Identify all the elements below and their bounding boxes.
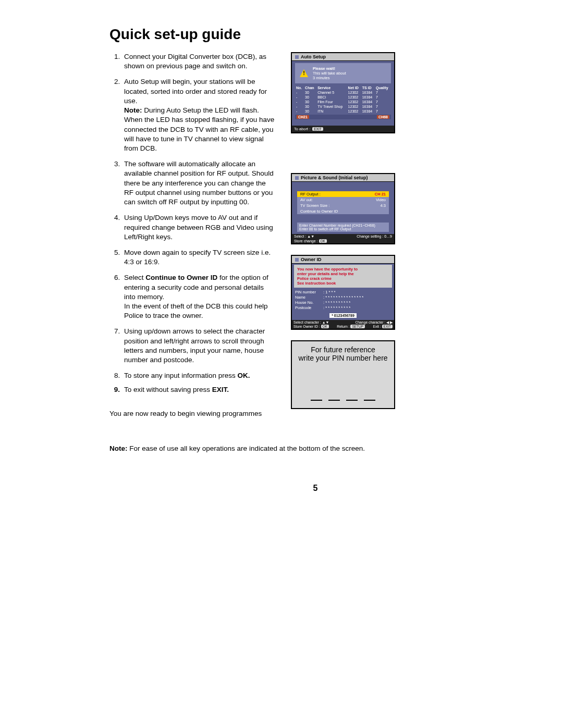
step-3-text: The software will automatically allocate… (124, 160, 274, 206)
channel-table: No. Chan Service Net ID TS ID Quality -3… (295, 85, 391, 114)
step-8-pre: To store any input information press (124, 372, 238, 379)
step-5: Move down again to specify TV screen siz… (122, 248, 276, 267)
step-6: Select Continue to Owner ID for the opti… (122, 273, 276, 320)
manual-page: Quick set-up guide Connect your Digital … (0, 0, 563, 514)
foot-store: Store change : (294, 239, 318, 243)
step-8: To store any input information press OK. (122, 371, 276, 380)
setup-keycap: SETUP (350, 325, 365, 328)
slider-right: CH68 (377, 115, 389, 119)
step-2-note-label: Note: (124, 106, 142, 114)
th-no: No. (295, 85, 304, 90)
pinbox-line1: For future reference (296, 346, 390, 354)
osd-auto-msg2: This will take about (313, 71, 346, 76)
pin-blank-lines (292, 400, 394, 401)
table-row: -30Channel 512302163847 (295, 90, 391, 95)
instruction-column: Connect your Digital Converter box (DCB)… (109, 52, 276, 418)
opt-rf-output: RF Output :CH 21 (297, 191, 389, 197)
field-name: Name: * * * * * * * * * * * * * * * (295, 295, 391, 300)
osd-auto-title: Auto Setup (301, 54, 326, 59)
step-9-number: 9. (109, 385, 120, 394)
th-chan: Chan (304, 85, 316, 90)
exit-keycap: EXIT (382, 325, 393, 328)
osd-auto-message: Please wait! This will take about 3 minu… (295, 63, 391, 83)
ready-text: You are now ready to begin viewing progr… (109, 409, 276, 418)
bottom-note: Note: For ease of use all key operations… (109, 445, 521, 452)
abort-label: To abort : (294, 127, 310, 131)
step-4: Using Up/Down keys move to AV out and if… (122, 213, 276, 242)
table-row: -30ITN12302163847 (295, 109, 391, 114)
foot-select-char: Select character : ▲▼ (293, 320, 329, 325)
step-9-pre: To exit without saving press (124, 386, 212, 393)
step-5-text: Move down again to specify TV screen siz… (124, 249, 271, 266)
osd-pic-footer2: Store change :OK (292, 239, 394, 243)
osd-owner-id: Owner ID You now have the opportunity to… (291, 255, 395, 330)
field-postcode: Postcode: * * * * * * * * * * (295, 305, 391, 310)
step-1: Connect your Digital Converter box (DCB)… (122, 52, 276, 71)
bottom-note-label: Note: (109, 445, 128, 452)
osd-pic-options: RF Output :CH 21 AV out:Video TV Screen … (297, 191, 389, 214)
ok-keycap: OK (319, 239, 327, 243)
osd-owner-title: Owner ID (301, 257, 322, 262)
osd-auto-msg1: Please wait! (313, 66, 346, 71)
owner-fields: PIN number: 1 * * * Name: * * * * * * * … (295, 290, 391, 310)
osd-auto-msg3: 3 minutes (313, 76, 346, 80)
table-row: -30Film Four12302163847 (295, 100, 391, 104)
titlebar-square-icon (295, 55, 299, 59)
osd-pic-title: Picture & Sound (Initial setup) (301, 175, 368, 180)
owner-msg2: enter your details and help the (297, 272, 389, 276)
osd-pic-hint: Enter Channel Number required (CH21~CH68… (297, 223, 389, 232)
foot-exit: Exit : (373, 325, 381, 328)
owner-msg1: You now have the opportunity to (297, 267, 389, 272)
opt-tv-size: TV Screen Size :4:3 (297, 203, 389, 208)
foot-change-char: Change character : ◀ ▶ (355, 320, 393, 325)
hint1: Enter Channel Number required (CH21~CH68… (299, 224, 387, 227)
step-4-text: Using Up/Down keys move to AV out and if… (124, 214, 273, 240)
osd-picture-sound: Picture & Sound (Initial setup) RF Outpu… (291, 173, 395, 244)
ok-keycap: OK (321, 325, 329, 328)
th-service: Service (316, 85, 347, 90)
number-strip: * 0123456789 (329, 313, 357, 318)
step-7: Using up/down arrows to select the chara… (122, 327, 276, 365)
opt-av-out: AV out:Video (297, 197, 389, 203)
channel-slider: CH21 CH68 (295, 115, 391, 119)
osd-auto-setup: Auto Setup Please wait! This will take a… (291, 52, 395, 133)
osd-owner-titlebar: Owner ID (292, 256, 394, 264)
osd-owner-footer: Select character : ▲▼ Change character :… (292, 320, 394, 329)
abort-bar: To abort : EXIT (292, 126, 394, 132)
foot-return: Return : (337, 325, 349, 328)
pinbox-line2: write your PIN number here (296, 354, 390, 362)
owner-msg4: See instruction book (297, 281, 389, 286)
field-pin: PIN number: 1 * * * (295, 290, 391, 294)
page-title: Quick set-up guide (109, 26, 521, 43)
bottom-note-text: For ease of use all key operations are i… (128, 445, 365, 452)
step-2: Auto Setup will begin, your stations wil… (122, 77, 276, 153)
foot-store-owner: Store Owner ID : (293, 325, 320, 328)
osd-pic-footer1: Select : ▲▼ Change setting : 0…9 (292, 234, 394, 239)
th-netid: Net ID (347, 85, 361, 90)
titlebar-square-icon (295, 176, 299, 180)
step-6-pre: Select (124, 274, 145, 281)
step-3: The software will automatically allocate… (122, 159, 276, 207)
opt-owner-id: Continue to Owner ID (297, 208, 389, 214)
foot-select: Select : ▲▼ (294, 235, 314, 238)
step-8-bold: OK. (238, 372, 250, 379)
steps-list: Connect your Digital Converter box (DCB)… (109, 52, 276, 381)
owner-msg3: Police crack crime (297, 276, 389, 281)
osd-pic-titlebar: Picture & Sound (Initial setup) (292, 174, 394, 182)
foot-change: Change setting : 0…9 (357, 235, 392, 238)
field-house: House No.: * * * * * * * * * * (295, 300, 391, 305)
step-2-text: Auto Setup will begin, your stations wil… (124, 78, 267, 104)
slider-left: CH21 (297, 115, 309, 119)
step-7-text: Using up/down arrows to select the chara… (124, 327, 265, 364)
owner-message: You now have the opportunity to enter yo… (294, 265, 392, 288)
table-header-row: No. Chan Service Net ID TS ID Quality (295, 85, 391, 90)
osd-auto-titlebar: Auto Setup (292, 53, 394, 61)
pin-reference-box: For future reference write your PIN numb… (291, 340, 395, 409)
step-6-extra: In the event of theft of the DCB this co… (124, 302, 267, 319)
hint2: Enter 00 to switch off RF Output (299, 227, 387, 231)
page-number: 5 (109, 484, 521, 493)
step-9-bold: EXIT. (212, 386, 229, 393)
step-2-note-text: During Auto Setup the LED will flash. Wh… (124, 106, 274, 152)
step-9: 9.To exit without saving press EXIT. (109, 385, 276, 394)
titlebar-square-icon (295, 258, 299, 262)
